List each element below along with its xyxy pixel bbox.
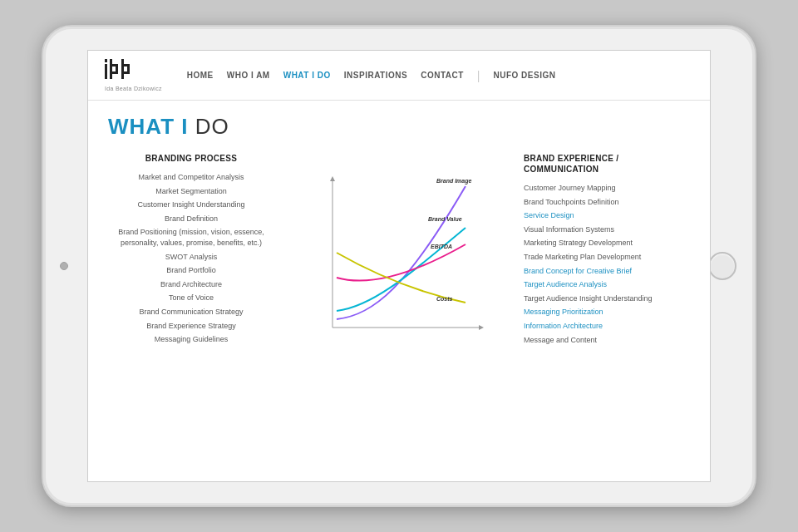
- navigation: Ida Beata Dzikowicz HOME WHO I AM WHAT I…: [88, 51, 710, 101]
- ebitda-label: EBITDA: [431, 244, 452, 249]
- list-item: Brand Touchpoints Definition: [524, 197, 690, 208]
- logo-area: Ida Beata Dzikowicz: [105, 59, 162, 91]
- nav-what-i-do[interactable]: WHAT I DO: [283, 71, 331, 80]
- chart-column: Brand Image Brand Value EBITDA Costs: [283, 153, 515, 352]
- list-item: Trade Marketing Plan Development: [524, 252, 690, 263]
- logo-text: [105, 59, 148, 84]
- nav-links: HOME WHO I AM WHAT I DO INSPIRATIONS CON…: [187, 69, 693, 82]
- nav-inspirations[interactable]: INSPIRATIONS: [344, 71, 407, 80]
- branding-process-col: BRANDING PROCESS Market and Competitor A…: [108, 153, 274, 352]
- list-item: Brand Architecture: [108, 279, 274, 290]
- list-item: Target Audience Analysis: [524, 279, 690, 290]
- svg-rect-4: [110, 71, 116, 74]
- svg-rect-5: [116, 64, 118, 74]
- brand-image-label: Brand Image: [436, 178, 472, 185]
- list-item: Brand Concept for Creative Brief: [524, 266, 690, 277]
- list-item: Marketing Strategy Development: [524, 238, 690, 249]
- list-item: Market and Competitor Analysis: [108, 172, 274, 183]
- nav-who-i-am[interactable]: WHO I AM: [227, 71, 270, 80]
- brand-chart: Brand Image Brand Value EBITDA Costs: [308, 170, 490, 352]
- svg-rect-6: [121, 59, 124, 79]
- list-item: Tone of Voice: [108, 293, 274, 303]
- list-item: Messaging Guidelines: [108, 334, 274, 345]
- svg-rect-3: [110, 64, 116, 66]
- list-item: Customer Journey Mapping: [524, 183, 690, 194]
- list-item: SWOT Analysis: [108, 252, 274, 263]
- list-item: Service Design: [524, 210, 690, 221]
- ipad-frame: Ida Beata Dzikowicz HOME WHO I AM WHAT I…: [42, 25, 756, 507]
- brand-experience-heading: BRAND EXPERIENCE / COMMUNICATION: [524, 153, 690, 175]
- svg-marker-12: [330, 176, 335, 181]
- columns-container: BRANDING PROCESS Market and Competitor A…: [108, 153, 690, 352]
- ipad-screen: Ida Beata Dzikowicz HOME WHO I AM WHAT I…: [87, 50, 711, 482]
- page-title: WHAT I DO: [108, 114, 690, 140]
- list-item: Target Audience Insight Understanding: [524, 293, 690, 304]
- svg-rect-0: [105, 64, 107, 79]
- nav-contact[interactable]: CONTACT: [421, 71, 464, 80]
- brand-experience-col: BRAND EXPERIENCE / COMMUNICATION Custome…: [524, 153, 690, 352]
- list-item: Brand Communication Strategy: [108, 307, 274, 318]
- list-item: Brand Portfolio: [108, 265, 274, 276]
- list-item: Customer Insight Understanding: [108, 200, 274, 210]
- branding-process-heading: BRANDING PROCESS: [108, 153, 274, 164]
- nav-nufo-design[interactable]: NUFO DESIGN: [493, 71, 555, 80]
- svg-rect-9: [127, 64, 130, 74]
- nav-home[interactable]: HOME: [187, 71, 214, 80]
- list-item: Brand Experience Strategy: [108, 321, 274, 332]
- svg-marker-13: [479, 325, 484, 330]
- list-item: Brand Definition: [108, 214, 274, 224]
- svg-rect-2: [110, 59, 112, 79]
- camera-dot: [60, 262, 68, 270]
- nav-divider: |: [477, 69, 480, 82]
- list-item: Visual Information Systems: [524, 224, 690, 235]
- list-item: Brand Positioning (mission, vision, esse…: [108, 227, 274, 248]
- svg-rect-1: [105, 59, 107, 62]
- brand-value-label: Brand Value: [428, 216, 462, 222]
- title-i: I: [175, 114, 195, 139]
- list-item: Market Segmentation: [108, 186, 274, 197]
- title-do: DO: [195, 114, 229, 139]
- logo-svg: [105, 59, 148, 81]
- title-what: WHAT: [108, 114, 175, 139]
- main-content: WHAT I DO BRANDING PROCESS Market and Co…: [88, 101, 710, 481]
- home-button[interactable]: [708, 252, 736, 280]
- list-item: Information Architecture: [524, 321, 690, 332]
- costs-label: Costs: [436, 296, 453, 302]
- svg-rect-8: [121, 71, 127, 74]
- svg-rect-7: [121, 64, 127, 66]
- list-item: Messaging Prioritization: [524, 307, 690, 318]
- list-item: Message and Content: [524, 335, 690, 346]
- logo-subtitle: Ida Beata Dzikowicz: [105, 86, 162, 91]
